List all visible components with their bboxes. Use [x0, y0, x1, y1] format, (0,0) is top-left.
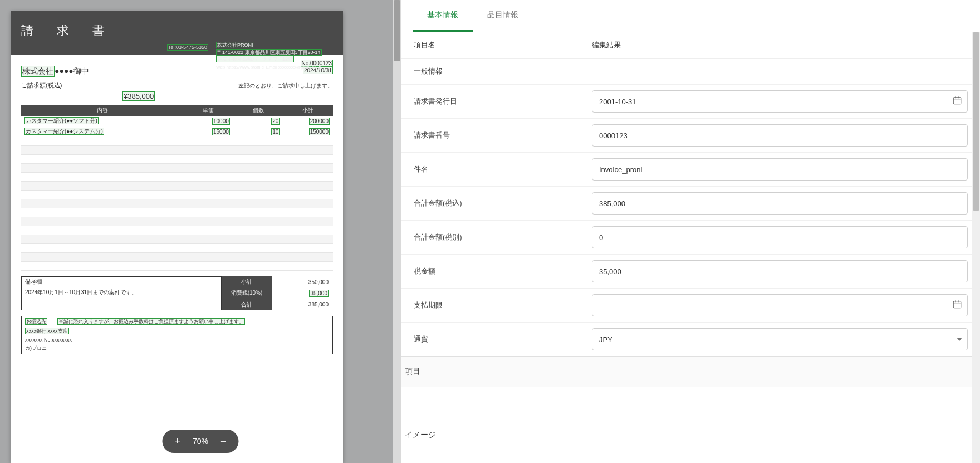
label-currency: 通貨 — [414, 334, 592, 344]
addressee-company: 株式会社 — [21, 66, 55, 77]
total-amount: ¥385,000 — [122, 91, 155, 101]
label-issue-date: 請求書発行日 — [414, 96, 592, 106]
company-name: 株式会社PRONI — [216, 42, 254, 48]
th-desc: 内容 — [21, 105, 183, 116]
form-pane: 基本情報 品目情報 項目名 編集結果 一般情報 請求書発行日 — [401, 0, 980, 463]
document-preview-pane: 請 求 書 株式会社PRONI 〒141-0022 東京都品川区東五反田3丁目2… — [0, 0, 401, 463]
col-header-result: 編集結果 — [592, 40, 621, 50]
remarks-header: 備考欄 — [22, 277, 221, 287]
item-row: カスタマー紹介(●●ソフト分) 10000 20 200000 — [21, 116, 333, 126]
remarks-body: 2024年10月1日～10月31日までの案件です。 — [22, 287, 221, 310]
th-qty: 個数 — [233, 105, 283, 116]
amount-label: ご請求額(税込) — [21, 81, 62, 90]
label-invoice-no: 請求書番号 — [414, 130, 592, 140]
zoom-toolbar: + 70% − — [162, 430, 238, 453]
note-right: 左記のとおり、ご請求申し上げます。 — [238, 82, 333, 90]
scroll-thumb[interactable] — [973, 32, 979, 211]
company-tel: Tel:03-5475-5350 — [167, 44, 208, 51]
input-issue-date[interactable] — [592, 90, 968, 113]
section-items-header: 項目 — [401, 356, 980, 387]
input-tax[interactable] — [592, 260, 968, 282]
tab-basic-info[interactable]: 基本情報 — [413, 0, 473, 32]
bank-box: お振込先※誠に恐れ入りますが、お振込み手数料はご負担頂ますようお願い申し上げます… — [21, 316, 333, 354]
zoom-level: 70% — [193, 437, 208, 446]
addressee-mask: ●●●● — [55, 66, 74, 75]
input-total-incl[interactable] — [592, 192, 968, 215]
company-address-1: 〒141-0022 東京都品川区東五反田3丁目20-14 — [216, 49, 322, 56]
input-due[interactable] — [592, 294, 968, 316]
label-due: 支払期限 — [414, 300, 592, 310]
svg-rect-1 — [953, 301, 961, 308]
input-subject[interactable] — [592, 158, 968, 181]
th-unit: 単価 — [183, 105, 233, 116]
section-general: 一般情報 — [401, 58, 980, 84]
tab-item-info[interactable]: 品目情報 — [473, 0, 533, 32]
label-tax: 税金額 — [414, 266, 592, 276]
label-subject: 件名 — [414, 164, 592, 174]
calendar-icon[interactable] — [952, 299, 962, 311]
input-invoice-no[interactable] — [592, 124, 968, 147]
company-web-email: Web https://www.proni.ci Email xxxxxxxx@… — [216, 64, 333, 70]
remarks-box: 備考欄 2024年10月1日～10月31日までの案件です。 — [21, 276, 222, 310]
addressee-suffix: 御中 — [74, 66, 89, 76]
company-address-2: 住友不動産高輪パークタワー12階 — [216, 56, 294, 62]
calendar-icon[interactable] — [952, 95, 962, 108]
left-scrollbar[interactable]: ▲ — [393, 0, 401, 463]
scroll-thumb[interactable] — [394, 0, 400, 61]
label-total-excl: 合計金額(税別) — [414, 232, 592, 242]
input-total-excl[interactable] — [592, 226, 968, 248]
chevron-down-icon[interactable] — [957, 338, 962, 341]
col-header-name: 項目名 — [414, 40, 592, 50]
svg-rect-0 — [953, 98, 961, 104]
doc-title: 請 求 書 — [21, 22, 333, 39]
th-sub: 小計 — [283, 105, 333, 116]
right-scrollbar[interactable] — [972, 32, 980, 463]
invoice-document: 請 求 書 株式会社PRONI 〒141-0022 東京都品川区東五反田3丁目2… — [11, 11, 343, 463]
label-total-incl: 合計金額(税込) — [414, 198, 592, 208]
zoom-out-button[interactable]: − — [220, 436, 227, 446]
section-image-header: イメージ — [401, 420, 980, 450]
zoom-in-button[interactable]: + — [174, 436, 180, 446]
select-currency[interactable] — [592, 328, 968, 350]
items-table: 内容 単価 個数 小計 カスタマー紹介(●●ソフト分) 10000 20 200… — [21, 105, 333, 271]
item-row: カスタマー紹介(●●システム分) 15000 10 150000 — [21, 126, 333, 137]
